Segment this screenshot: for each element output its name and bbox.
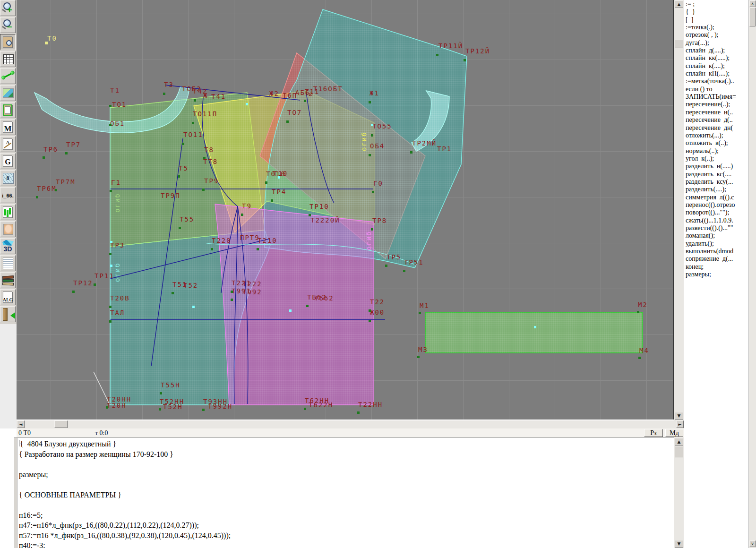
i66-button[interactable]: i_66. xyxy=(0,187,16,203)
pattern-canvas[interactable]: Т0Т1ТО1ОБ1Т3ТОБ2Т42ЖТ41Ж2Т6ПАБ6∅Т16ОБТТ1… xyxy=(17,0,674,420)
editor-vscrollbar[interactable]: ▲ ▼ xyxy=(674,437,684,548)
point-marker[interactable] xyxy=(534,326,536,328)
scroll-left-icon[interactable]: ◄ xyxy=(17,420,25,428)
panel-vscrollbar[interactable]: ∧ ∨ xyxy=(748,0,756,548)
point-marker[interactable] xyxy=(257,248,259,250)
point-marker[interactable] xyxy=(417,356,420,358)
point-marker[interactable] xyxy=(178,175,180,178)
editor-line[interactable]: { Разработано на размер женщины 170-92-1… xyxy=(19,449,231,460)
command-item[interactable]: выполнить(dmod xyxy=(686,248,736,255)
command-item[interactable]: перенос(().отрезо xyxy=(686,201,736,209)
ruler-button[interactable]: 8 xyxy=(0,170,16,186)
command-item[interactable]: поворот(()...""); xyxy=(686,209,736,216)
command-item[interactable]: пересечение(..); xyxy=(686,101,736,108)
point-marker[interactable] xyxy=(211,248,213,250)
point-marker[interactable] xyxy=(286,120,289,123)
point-marker[interactable] xyxy=(179,227,181,229)
point-marker[interactable] xyxy=(55,189,57,191)
point-marker[interactable] xyxy=(271,199,273,202)
image-button[interactable] xyxy=(0,85,16,101)
command-item[interactable]: := ; xyxy=(686,0,736,8)
point-marker[interactable] xyxy=(182,143,184,145)
command-item[interactable]: сплайн к(....); xyxy=(686,62,736,70)
point-marker[interactable] xyxy=(160,392,162,394)
command-item[interactable]: дуга(...); xyxy=(686,39,736,47)
command-item[interactable]: развести(().()..."" xyxy=(686,224,736,232)
point-marker[interactable] xyxy=(202,409,205,411)
command-item[interactable]: сплайн кП(....); xyxy=(686,70,736,77)
editor-line[interactable]: п57:=п16 *л_фнк(рз_16,((80,0.38),(92,0.3… xyxy=(19,531,231,541)
point-marker[interactable] xyxy=(369,154,371,156)
measure-button[interactable] xyxy=(0,68,16,84)
point-marker[interactable] xyxy=(357,411,360,414)
photo-button[interactable] xyxy=(0,221,16,237)
editor-line[interactable]: { 4804 Блузон двухцветный } xyxy=(19,439,231,449)
point-marker[interactable] xyxy=(109,306,112,308)
point-marker[interactable] xyxy=(109,124,112,126)
scroll-right-icon[interactable]: ► xyxy=(676,420,684,428)
point-marker[interactable] xyxy=(371,228,373,231)
command-item[interactable]: [ ] xyxy=(686,16,736,24)
scroll-up-icon[interactable]: ∧ xyxy=(749,0,756,7)
md-button[interactable]: Мд xyxy=(665,429,683,437)
point-marker[interactable] xyxy=(369,309,371,312)
point-marker[interactable] xyxy=(110,190,112,192)
command-item[interactable]: ломаная(); xyxy=(686,232,736,240)
command-item[interactable]: сплайн кк(.....); xyxy=(686,54,736,62)
preview-button[interactable] xyxy=(0,34,16,50)
command-item[interactable]: разделить(....); xyxy=(686,186,736,193)
alg-button[interactable]: ALG xyxy=(0,289,16,305)
point-marker[interactable] xyxy=(638,357,641,359)
command-item[interactable]: сопряжение д(... xyxy=(686,255,736,263)
point-marker[interactable] xyxy=(36,196,38,198)
point-marker[interactable] xyxy=(172,292,174,294)
point-marker[interactable] xyxy=(306,305,309,307)
zoom-out-button[interactable]: − xyxy=(0,17,16,33)
command-item[interactable]: сплайн д(....); xyxy=(686,47,736,54)
command-item[interactable]: если () то xyxy=(686,86,736,93)
point-marker[interactable] xyxy=(94,283,96,286)
point-marker[interactable] xyxy=(43,156,45,159)
editor-text[interactable]: { 4804 Блузон двухцветный }{ Разработано… xyxy=(19,439,231,548)
point-marker[interactable] xyxy=(109,253,112,255)
command-item[interactable]: сжать(()...1.1.0.9. xyxy=(686,217,736,224)
point-marker[interactable] xyxy=(419,312,421,314)
point-marker[interactable] xyxy=(192,122,194,124)
editor-line[interactable] xyxy=(19,459,231,470)
scroll-down-icon[interactable]: ▼ xyxy=(675,540,683,548)
point-marker[interactable] xyxy=(369,101,371,103)
point-marker[interactable] xyxy=(371,124,373,126)
point-marker[interactable] xyxy=(241,214,243,216)
command-item[interactable]: { } xyxy=(686,8,736,16)
command-item[interactable]: удалить(); xyxy=(686,240,736,248)
command-item[interactable]: симметрия л(().с xyxy=(686,194,736,201)
scroll-down-icon[interactable]: ∨ xyxy=(749,540,756,547)
point-marker[interactable] xyxy=(309,214,311,216)
exit-button[interactable] xyxy=(0,306,16,322)
command-item[interactable]: пересечение д(.. xyxy=(686,116,736,124)
point-marker[interactable] xyxy=(231,291,233,293)
point-marker[interactable] xyxy=(403,270,405,272)
editor-line[interactable] xyxy=(19,480,231,490)
drawing-tools-button[interactable]: A xyxy=(0,136,16,152)
command-item[interactable]: размеры; xyxy=(686,271,736,278)
document-g-button[interactable]: G xyxy=(0,153,16,169)
editor-line[interactable]: размеры; xyxy=(19,470,231,480)
canvas-hscrollbar[interactable]: ◄ ► xyxy=(17,420,684,428)
command-item[interactable]: нормаль(..); xyxy=(686,147,736,155)
point-marker[interactable] xyxy=(265,181,267,184)
point-marker[interactable] xyxy=(110,265,112,267)
command-item[interactable]: :=метка(точка(.).. xyxy=(686,77,736,85)
point-marker[interactable] xyxy=(369,320,371,322)
point-marker[interactable] xyxy=(278,176,280,179)
canvas-vscrollbar[interactable]: ▲ ▼ xyxy=(674,0,684,420)
point-marker[interactable] xyxy=(109,105,112,107)
point-marker[interactable] xyxy=(372,191,374,193)
books-button[interactable] xyxy=(0,272,16,288)
grid-button[interactable] xyxy=(0,51,16,67)
point-marker[interactable] xyxy=(194,99,196,102)
zoom-in-button[interactable]: + xyxy=(0,0,16,16)
editor-line[interactable] xyxy=(19,500,231,510)
threed-button[interactable]: 3D xyxy=(0,238,16,254)
hscroll-thumb[interactable] xyxy=(54,420,68,428)
